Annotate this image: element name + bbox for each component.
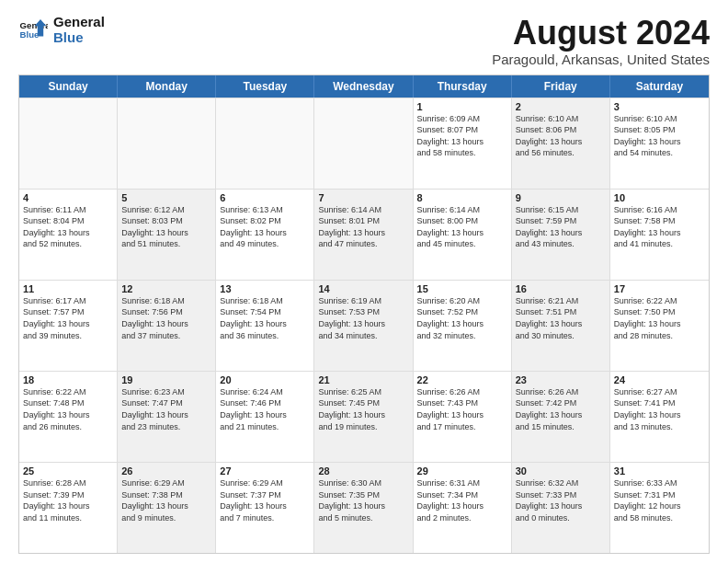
calendar-row: 18Sunrise: 6:22 AM Sunset: 7:48 PM Dayli…: [19, 371, 709, 462]
calendar-cell: [216, 98, 314, 189]
title-block: August 2024 Paragould, Arkansas, United …: [492, 15, 710, 67]
day-number: 29: [417, 465, 507, 477]
day-number: 13: [220, 283, 310, 294]
day-info: Sunrise: 6:19 AM Sunset: 7:53 PM Dayligh…: [318, 295, 408, 341]
calendar-cell: 27Sunrise: 6:29 AM Sunset: 7:37 PM Dayli…: [216, 463, 314, 553]
day-number: 19: [121, 374, 211, 385]
calendar-cell: 29Sunrise: 6:31 AM Sunset: 7:34 PM Dayli…: [414, 463, 512, 553]
calendar-cell: 12Sunrise: 6:18 AM Sunset: 7:56 PM Dayli…: [118, 281, 216, 371]
calendar-cell: 31Sunrise: 6:33 AM Sunset: 7:31 PM Dayli…: [610, 463, 709, 553]
day-info: Sunrise: 6:10 AM Sunset: 8:05 PM Dayligh…: [614, 113, 705, 159]
day-info: Sunrise: 6:18 AM Sunset: 7:56 PM Dayligh…: [121, 295, 211, 341]
logo-line2: Blue: [53, 30, 105, 46]
calendar-cell: 15Sunrise: 6:20 AM Sunset: 7:52 PM Dayli…: [414, 281, 512, 371]
day-info: Sunrise: 6:14 AM Sunset: 8:00 PM Dayligh…: [417, 204, 507, 250]
calendar-cell: 17Sunrise: 6:22 AM Sunset: 7:50 PM Dayli…: [610, 281, 709, 371]
day-number: 10: [614, 192, 705, 203]
day-number: 20: [220, 374, 310, 385]
day-info: Sunrise: 6:27 AM Sunset: 7:41 PM Dayligh…: [614, 386, 705, 432]
logo-icon: General Blue: [18, 16, 48, 45]
weekday-header: Sunday: [19, 75, 118, 98]
day-number: 3: [614, 101, 705, 112]
day-info: Sunrise: 6:26 AM Sunset: 7:42 PM Dayligh…: [516, 386, 606, 432]
day-number: 4: [23, 192, 113, 203]
calendar-header: SundayMondayTuesdayWednesdayThursdayFrid…: [19, 75, 709, 98]
calendar-row: 1Sunrise: 6:09 AM Sunset: 8:07 PM Daylig…: [19, 98, 709, 189]
day-number: 9: [516, 192, 606, 203]
calendar-cell: 6Sunrise: 6:13 AM Sunset: 8:02 PM Daylig…: [216, 190, 314, 280]
day-info: Sunrise: 6:31 AM Sunset: 7:34 PM Dayligh…: [417, 477, 507, 523]
weekday-header: Thursday: [414, 75, 512, 98]
calendar-cell: 25Sunrise: 6:28 AM Sunset: 7:39 PM Dayli…: [19, 463, 118, 553]
calendar-cell: 1Sunrise: 6:09 AM Sunset: 8:07 PM Daylig…: [414, 98, 512, 189]
day-info: Sunrise: 6:16 AM Sunset: 7:58 PM Dayligh…: [614, 204, 705, 250]
day-number: 25: [23, 465, 113, 477]
day-info: Sunrise: 6:22 AM Sunset: 7:48 PM Dayligh…: [23, 386, 113, 432]
day-info: Sunrise: 6:13 AM Sunset: 8:02 PM Dayligh…: [220, 204, 310, 250]
calendar-cell: 16Sunrise: 6:21 AM Sunset: 7:51 PM Dayli…: [512, 281, 610, 371]
day-info: Sunrise: 6:29 AM Sunset: 7:38 PM Dayligh…: [121, 477, 211, 523]
calendar-cell: 2Sunrise: 6:10 AM Sunset: 8:06 PM Daylig…: [512, 98, 610, 189]
day-info: Sunrise: 6:10 AM Sunset: 8:06 PM Dayligh…: [516, 113, 606, 159]
weekday-header: Monday: [118, 75, 216, 98]
day-number: 6: [220, 192, 310, 203]
day-info: Sunrise: 6:18 AM Sunset: 7:54 PM Dayligh…: [220, 295, 310, 341]
day-info: Sunrise: 6:09 AM Sunset: 8:07 PM Dayligh…: [417, 113, 507, 159]
calendar-cell: [19, 98, 118, 189]
day-number: 17: [614, 283, 705, 294]
calendar-cell: 14Sunrise: 6:19 AM Sunset: 7:53 PM Dayli…: [314, 281, 413, 371]
day-info: Sunrise: 6:28 AM Sunset: 7:39 PM Dayligh…: [23, 477, 113, 523]
day-info: Sunrise: 6:33 AM Sunset: 7:31 PM Dayligh…: [614, 477, 705, 523]
calendar-cell: 21Sunrise: 6:25 AM Sunset: 7:45 PM Dayli…: [314, 372, 413, 462]
day-info: Sunrise: 6:26 AM Sunset: 7:43 PM Dayligh…: [417, 386, 507, 432]
calendar-cell: [118, 98, 216, 189]
day-info: Sunrise: 6:11 AM Sunset: 8:04 PM Dayligh…: [23, 204, 113, 250]
day-number: 18: [23, 374, 113, 385]
day-number: 31: [614, 465, 705, 477]
day-info: Sunrise: 6:23 AM Sunset: 7:47 PM Dayligh…: [121, 386, 211, 432]
logo: General Blue General Blue: [18, 15, 105, 45]
calendar-cell: 8Sunrise: 6:14 AM Sunset: 8:00 PM Daylig…: [414, 190, 512, 280]
calendar-cell: 22Sunrise: 6:26 AM Sunset: 7:43 PM Dayli…: [414, 372, 512, 462]
svg-text:Blue: Blue: [20, 29, 40, 40]
page-subtitle: Paragould, Arkansas, United States: [492, 52, 710, 67]
calendar-cell: 28Sunrise: 6:30 AM Sunset: 7:35 PM Dayli…: [314, 463, 413, 553]
calendar-cell: 10Sunrise: 6:16 AM Sunset: 7:58 PM Dayli…: [610, 190, 709, 280]
day-info: Sunrise: 6:14 AM Sunset: 8:01 PM Dayligh…: [318, 204, 408, 250]
calendar-row: 11Sunrise: 6:17 AM Sunset: 7:57 PM Dayli…: [19, 280, 709, 371]
calendar-cell: [314, 98, 413, 189]
day-number: 15: [417, 283, 507, 294]
calendar-cell: 7Sunrise: 6:14 AM Sunset: 8:01 PM Daylig…: [314, 190, 413, 280]
day-number: 2: [516, 101, 606, 112]
day-number: 8: [417, 192, 507, 203]
calendar-cell: 20Sunrise: 6:24 AM Sunset: 7:46 PM Dayli…: [216, 372, 314, 462]
header: General Blue General Blue August 2024 Pa…: [18, 15, 710, 67]
day-info: Sunrise: 6:17 AM Sunset: 7:57 PM Dayligh…: [23, 295, 113, 341]
calendar-cell: 24Sunrise: 6:27 AM Sunset: 7:41 PM Dayli…: [610, 372, 709, 462]
calendar-body: 1Sunrise: 6:09 AM Sunset: 8:07 PM Daylig…: [19, 98, 709, 553]
day-info: Sunrise: 6:20 AM Sunset: 7:52 PM Dayligh…: [417, 295, 507, 341]
calendar: SundayMondayTuesdayWednesdayThursdayFrid…: [18, 75, 710, 554]
day-number: 11: [23, 283, 113, 294]
weekday-header: Wednesday: [314, 75, 413, 98]
calendar-cell: 13Sunrise: 6:18 AM Sunset: 7:54 PM Dayli…: [216, 281, 314, 371]
day-number: 14: [318, 283, 408, 294]
day-info: Sunrise: 6:21 AM Sunset: 7:51 PM Dayligh…: [516, 295, 606, 341]
day-info: Sunrise: 6:24 AM Sunset: 7:46 PM Dayligh…: [220, 386, 310, 432]
day-number: 21: [318, 374, 408, 385]
day-number: 5: [121, 192, 211, 203]
weekday-header: Friday: [512, 75, 610, 98]
calendar-cell: 11Sunrise: 6:17 AM Sunset: 7:57 PM Dayli…: [19, 281, 118, 371]
day-number: 28: [318, 465, 408, 477]
calendar-cell: 9Sunrise: 6:15 AM Sunset: 7:59 PM Daylig…: [512, 190, 610, 280]
day-number: 22: [417, 374, 507, 385]
day-info: Sunrise: 6:29 AM Sunset: 7:37 PM Dayligh…: [220, 477, 310, 523]
calendar-cell: 18Sunrise: 6:22 AM Sunset: 7:48 PM Dayli…: [19, 372, 118, 462]
day-number: 24: [614, 374, 705, 385]
calendar-cell: 30Sunrise: 6:32 AM Sunset: 7:33 PM Dayli…: [512, 463, 610, 553]
calendar-cell: 23Sunrise: 6:26 AM Sunset: 7:42 PM Dayli…: [512, 372, 610, 462]
calendar-cell: 26Sunrise: 6:29 AM Sunset: 7:38 PM Dayli…: [118, 463, 216, 553]
calendar-cell: 4Sunrise: 6:11 AM Sunset: 8:04 PM Daylig…: [19, 190, 118, 280]
day-number: 23: [516, 374, 606, 385]
logo-line1: General: [53, 15, 105, 30]
